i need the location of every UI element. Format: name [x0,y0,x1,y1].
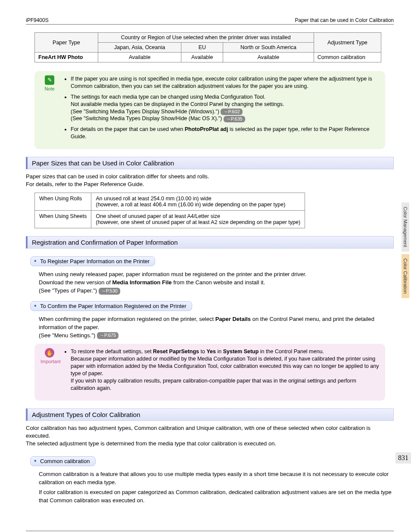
cell: One sheet of unused paper of at least A4… [91,211,305,228]
page-ref-link[interactable]: →P.530 [99,288,120,295]
col-paper-type: Paper Type [35,33,98,53]
page-header-bar: iPF9400S Paper that can be used in Color… [26,17,394,25]
page-ref-link[interactable]: →P.675 [97,332,118,339]
table-row: When Using Rolls An unused roll at least… [35,193,305,211]
col-eu: EU [181,43,223,53]
body-text: Paper sizes that can be used in color ca… [26,173,394,188]
table-row: When Using Sheets One sheet of unused pa… [35,211,305,228]
paper-sizes-table: When Using Rolls An unused roll at least… [34,193,305,228]
important-item: To restore the default settings, set Res… [71,348,379,392]
paper-type-table: Paper Type Country or Region of Use sele… [34,32,381,62]
page-ref-link[interactable]: →P.602 [221,109,242,115]
section-header: Paper Sizes that can be Used in Color Ca… [26,157,394,169]
col-japan: Japan, Asia, Oceania [98,43,181,53]
col-adjustment: Adjustment Type [314,33,381,53]
col-america: North or South America [223,43,314,53]
note-icon: ✎ [45,75,54,85]
note-label: Note [44,86,54,91]
cell-adj: Common calibration [314,53,381,62]
subsection-pill: To Confirm the Paper Information Registe… [30,301,192,311]
cell: When Using Rolls [35,193,91,211]
section-header: Registration and Confirmation of Paper I… [26,236,394,249]
document-page: iPF9400S Paper that can be used in Color… [0,0,411,532]
subsection-pill: To Register Paper Information on the Pri… [30,256,155,266]
note-body: If the paper you are using is not specif… [63,75,379,144]
important-icon: ✋ [45,348,54,358]
sub-body: Common calibration is a feature that all… [39,470,394,487]
cell: An unused roll at least 254.0 mm (10.00 … [91,193,305,211]
cell: Available [181,53,223,62]
note-item: If the paper you are using is not specif… [71,75,379,90]
sub-body: If color calibration is executed on pape… [39,488,394,505]
note-icon-column: ✎ Note [40,75,59,92]
cell-paper-name: FneArt HW Photo [35,53,98,62]
cell: Available [98,53,181,62]
important-callout: ✋ Important To restore the default setti… [34,344,385,400]
note-callout: ✎ Note If the paper you are using is not… [34,71,385,149]
section-header: Adjustment Types of Color Calibration [26,408,394,421]
important-body: To restore the default settings, set Res… [63,348,379,395]
footer: User's Guide [26,531,394,532]
sub-body: When using newly released paper, paper i… [39,271,394,295]
body-text: Color calibration has two adjustment typ… [26,424,394,448]
side-tabs: Color Management Color Calibration [402,202,411,301]
table-row: FneArt HW Photo Available Available Avai… [35,53,381,62]
side-tab[interactable]: Color Calibration [402,254,409,298]
topic-title: Paper that can be used in Color Calibrat… [295,17,394,23]
subsection-pill: Common calibration [30,456,96,466]
note-item: For details on the paper that can be use… [71,126,379,140]
page-number: 831 [395,452,411,464]
cell: When Using Sheets [35,211,91,228]
side-tab[interactable]: Color Management [402,202,409,252]
page-ref-link[interactable]: →P.635 [224,116,245,122]
col-region: Country or Region of Use selected when t… [98,33,314,43]
important-label: Important [40,359,60,364]
important-icon-column: ✋ Important [40,348,59,365]
sub-body: When confirming the paper information re… [39,315,394,340]
model-code: iPF9400S [26,17,49,23]
cell: Available [223,53,314,62]
note-item: The settings for each media type can be … [71,93,379,123]
